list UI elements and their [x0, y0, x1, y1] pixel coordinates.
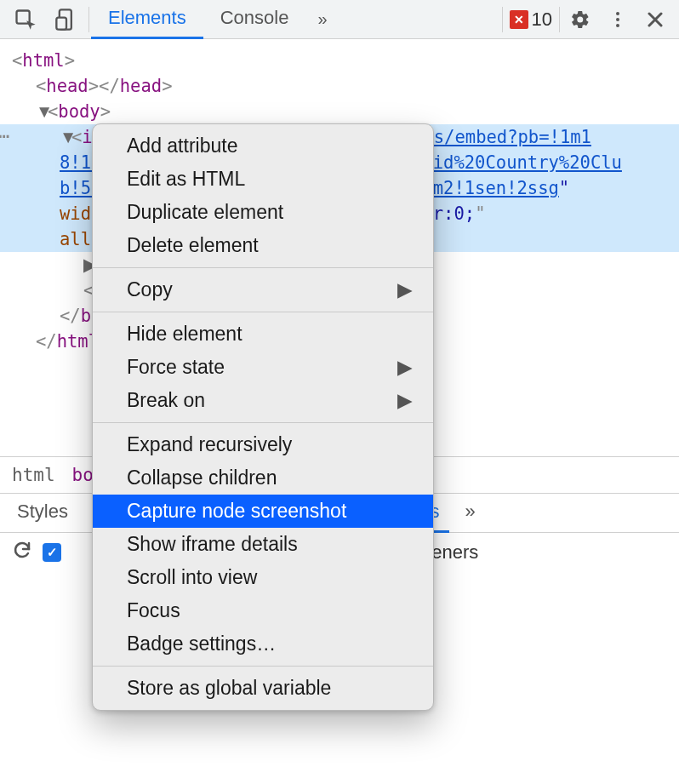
toolbar-separator	[559, 7, 560, 32]
inspect-element-icon[interactable]	[5, 0, 46, 39]
breadcrumb-item[interactable]: bo	[72, 465, 94, 485]
svg-point-5	[616, 24, 619, 27]
toolbar-separator	[502, 7, 503, 32]
expand-triangle-icon[interactable]: ▼	[60, 124, 71, 150]
expand-triangle-icon[interactable]: ▼	[36, 99, 48, 124]
ctx-scroll-into-view[interactable]: Scroll into view	[93, 561, 433, 594]
tab-console[interactable]: Console	[203, 0, 306, 39]
ctx-separator	[93, 312, 433, 312]
ctx-focus[interactable]: Focus	[93, 594, 433, 627]
ctx-expand-recursively[interactable]: Expand recursively	[93, 428, 433, 461]
submenu-arrow-icon: ▶	[397, 389, 413, 412]
submenu-arrow-icon: ▶	[397, 356, 413, 379]
tab-label: Console	[220, 7, 289, 29]
ctx-capture-node-screenshot[interactable]: Capture node screenshot	[93, 495, 433, 528]
ctx-delete-element[interactable]: Delete element	[93, 229, 433, 262]
close-devtools-icon[interactable]	[636, 0, 674, 39]
ctx-hide-element[interactable]: Hide element	[93, 318, 433, 351]
ctx-collapse-children[interactable]: Collapse children	[93, 461, 433, 495]
svg-point-4	[616, 18, 619, 21]
more-tabs-icon[interactable]: »	[454, 494, 485, 533]
more-tabs-icon[interactable]: »	[305, 9, 339, 29]
kebab-menu-icon[interactable]	[599, 0, 636, 39]
tree-row[interactable]: <html>	[12, 48, 679, 73]
toolbar-separator	[88, 7, 89, 32]
device-toolbar-icon[interactable]	[46, 0, 87, 39]
ctx-copy[interactable]: Copy ▶	[93, 273, 433, 306]
ctx-badge-settings[interactable]: Badge settings…	[93, 627, 433, 661]
settings-icon[interactable]	[562, 0, 599, 39]
tree-row[interactable]: <head></head>	[12, 73, 679, 99]
tab-label: Elements	[108, 7, 186, 29]
ctx-separator	[93, 422, 433, 423]
ctx-separator	[93, 666, 433, 667]
ctx-force-state[interactable]: Force state ▶	[93, 351, 433, 384]
iframe-src-url[interactable]: chid%20Country%20Clu	[412, 152, 622, 173]
svg-point-3	[616, 12, 619, 15]
devtools-toolbar: Elements Console » ✕ 10	[0, 0, 679, 39]
ctx-edit-as-html[interactable]: Edit as HTML	[93, 163, 433, 196]
tab-styles[interactable]: Styles	[7, 494, 78, 533]
tab-label: Styles	[17, 501, 68, 523]
context-menu: Add attribute Edit as HTML Duplicate ele…	[92, 123, 434, 711]
ctx-break-on[interactable]: Break on ▶	[93, 384, 433, 417]
ctx-store-global-variable[interactable]: Store as global variable	[93, 672, 433, 705]
ctx-add-attribute[interactable]: Add attribute	[93, 129, 433, 163]
error-count: 10	[532, 9, 552, 31]
refresh-icon[interactable]	[12, 540, 32, 565]
ancestors-checkbox[interactable]: ✓	[43, 543, 61, 562]
submenu-arrow-icon: ▶	[397, 278, 413, 301]
error-count-badge[interactable]: ✕ 10	[505, 9, 557, 31]
svg-rect-2	[56, 17, 66, 29]
ctx-separator	[93, 267, 433, 268]
breadcrumb-item[interactable]: html	[12, 465, 55, 485]
tree-row[interactable]: ▼<body>	[12, 99, 679, 124]
tab-elements[interactable]: Elements	[91, 0, 203, 39]
ctx-duplicate-element[interactable]: Duplicate element	[93, 196, 433, 229]
panel-tabs: Elements Console	[91, 0, 305, 39]
ctx-show-iframe-details[interactable]: Show iframe details	[93, 528, 433, 561]
error-icon: ✕	[510, 10, 528, 29]
gutter-ellipsis-icon: ⋯	[0, 123, 10, 149]
